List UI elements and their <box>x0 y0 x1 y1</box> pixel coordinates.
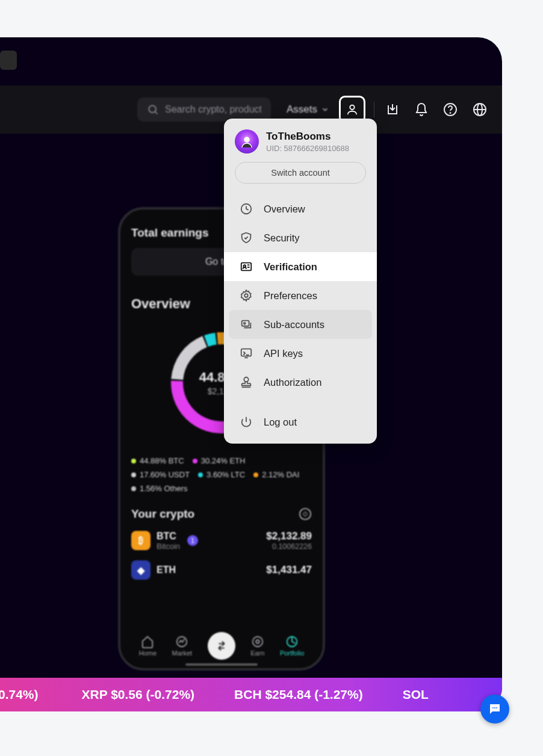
legend-item: 44.88% BTC <box>131 456 184 465</box>
coin-badge: 1 <box>187 535 198 546</box>
legend-dot <box>193 459 197 463</box>
switch-account-button[interactable]: Switch account <box>235 162 366 184</box>
coin-chip: ◆ <box>131 560 150 580</box>
coin-sub: 0.10062226 <box>266 542 312 551</box>
menu-item-authorization[interactable]: Authorization <box>229 368 372 397</box>
search-icon <box>147 104 159 116</box>
svg-point-13 <box>244 137 249 142</box>
legend-dot <box>131 472 136 477</box>
portfolio-icon <box>285 635 299 648</box>
svg-point-11 <box>256 640 259 643</box>
legend-text: 2.12% DAI <box>262 470 299 479</box>
stamp-icon <box>240 376 253 389</box>
window-titlebar-stub <box>0 51 17 70</box>
legend-dot <box>253 472 258 477</box>
svg-point-0 <box>149 105 156 113</box>
svg-point-21 <box>244 323 246 324</box>
tab-earn[interactable]: Earn <box>250 635 264 657</box>
help-button[interactable] <box>439 98 462 122</box>
download-button[interactable] <box>380 98 403 122</box>
legend-item: 1.56% Others <box>131 484 188 493</box>
coin-list: ₿ BTC Bitcoin 1 $2,132.89 0.10062226 ◆ E… <box>131 530 312 580</box>
tab-home[interactable]: Home <box>139 635 157 657</box>
menu-item-overview-label: Overview <box>264 203 305 215</box>
legend-item: 17.60% USDT <box>131 470 190 479</box>
ticker-item: XRP $0.56 (-0.72%) <box>82 687 195 702</box>
profile-header: ToTheBooms UID: 587666269810688 <box>229 129 372 162</box>
bell-icon <box>414 102 429 117</box>
legend-dot <box>131 486 136 491</box>
svg-line-1 <box>155 112 158 114</box>
globe-icon <box>473 102 487 117</box>
help-icon <box>443 102 458 117</box>
market-icon <box>175 635 188 648</box>
legend-text: 3.60% LTC <box>206 470 245 479</box>
profile-uid: UID: 587666269810688 <box>266 144 349 153</box>
svg-point-24 <box>244 377 248 382</box>
menu-item-verification[interactable]: Verification <box>224 252 377 281</box>
gear-icon <box>240 289 253 302</box>
menu-item-security[interactable]: Security <box>229 223 372 252</box>
swap-arrows-icon <box>215 639 228 652</box>
coin-symbol: ETH <box>157 565 176 575</box>
coin-row[interactable]: ₿ BTC Bitcoin 1 $2,132.89 0.10062226 <box>131 530 312 551</box>
tab-trade[interactable] <box>208 632 235 660</box>
menu-item-logout[interactable]: Log out <box>229 407 372 436</box>
legend-text: 44.88% BTC <box>140 456 184 465</box>
search-input[interactable]: Search crypto, products <box>137 98 271 122</box>
tab-earn-label: Earn <box>250 649 264 657</box>
tab-market[interactable]: Market <box>172 635 193 657</box>
menu-item-subaccounts[interactable]: Sub-accounts <box>229 310 372 339</box>
svg-point-28 <box>496 707 497 708</box>
menu-item-apikeys[interactable]: API keys <box>229 339 372 368</box>
tab-portfolio[interactable]: Portfolio <box>280 635 304 657</box>
svg-point-2 <box>350 105 355 110</box>
profile-username: ToTheBooms <box>266 131 349 143</box>
menu-item-logout-label: Log out <box>264 417 297 428</box>
coin-symbol: BTC <box>157 531 180 542</box>
donut-legend: 44.88% BTC30.24% ETH17.60% USDT3.60% LTC… <box>131 456 312 493</box>
avatar-person-icon <box>240 134 254 149</box>
language-button[interactable] <box>468 98 491 122</box>
coin-value: $1,431.47 <box>266 564 312 576</box>
user-icon <box>346 103 359 116</box>
power-icon <box>240 415 253 429</box>
menu-item-preferences-label: Preferences <box>264 290 317 302</box>
svg-point-4 <box>450 113 451 113</box>
id-card-icon <box>240 260 253 273</box>
coin-value: $2,132.89 0.10062226 <box>266 530 312 551</box>
search-placeholder: Search crypto, products <box>165 104 261 115</box>
assets-label: Assets <box>287 104 317 116</box>
coin-row[interactable]: ◆ ETH $1,431.47 <box>131 560 312 580</box>
svg-point-26 <box>492 707 494 708</box>
coin-info: ETH <box>157 565 176 575</box>
chevron-down-icon <box>321 105 329 114</box>
legend-item: 3.60% LTC <box>198 470 245 479</box>
coin-amount: $1,431.47 <box>266 564 312 576</box>
assets-dropdown[interactable]: Assets <box>287 104 329 116</box>
legend-dot <box>198 472 203 477</box>
swap-icon[interactable] <box>299 507 312 521</box>
coin-chip: ₿ <box>131 531 150 550</box>
legend-text: 17.60% USDT <box>140 470 190 479</box>
coin-name: Bitcoin <box>157 542 180 551</box>
topbar-divider <box>374 102 374 117</box>
profile-dropdown: ToTheBooms UID: 587666269810688 Switch a… <box>224 119 377 444</box>
terminal-icon <box>240 347 253 360</box>
tab-bar: Home Market Earn Portfolio <box>131 632 312 660</box>
shield-icon <box>240 231 253 244</box>
download-icon <box>385 102 400 117</box>
svg-rect-15 <box>241 263 252 271</box>
app-window: Search crypto, products Assets Total ear… <box>0 37 502 711</box>
menu-item-subaccounts-label: Sub-accounts <box>264 319 324 330</box>
your-crypto-heading: Your crypto <box>131 507 194 521</box>
tab-portfolio-label: Portfolio <box>280 649 304 657</box>
notifications-button[interactable] <box>410 98 433 122</box>
home-icon <box>141 635 154 648</box>
tab-home-label: Home <box>139 649 157 657</box>
menu-item-overview[interactable]: Overview <box>229 194 372 223</box>
chat-button[interactable] <box>480 695 509 723</box>
menu-item-preferences[interactable]: Preferences <box>229 281 372 310</box>
chat-icon <box>488 702 502 716</box>
menu-item-apikeys-label: API keys <box>264 348 303 359</box>
